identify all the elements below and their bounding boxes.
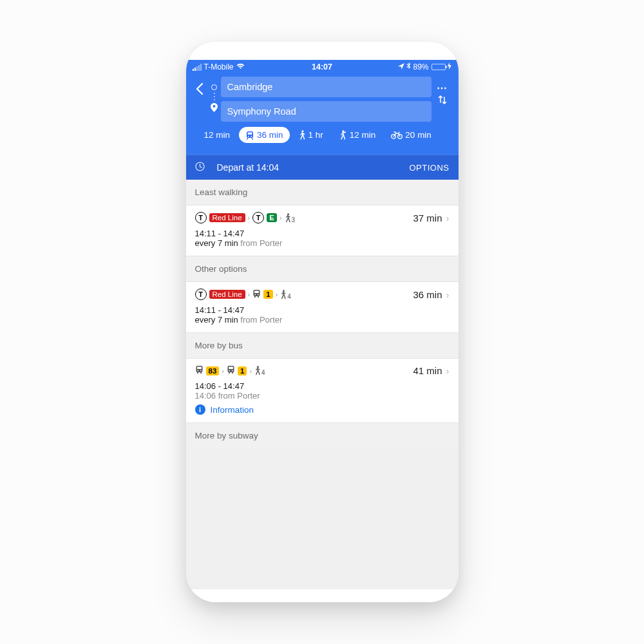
route-1-from: from Porter: [238, 238, 283, 248]
section-more-by-bus: More by bus: [186, 333, 459, 359]
red-line-badge: Red Line: [209, 290, 245, 299]
bus-icon: [227, 365, 235, 376]
svg-rect-15: [254, 296, 256, 298]
clock-icon: [195, 162, 209, 173]
svg-point-26: [229, 370, 230, 372]
back-button[interactable]: [191, 77, 208, 97]
svg-point-0: [213, 105, 216, 108]
mode-transit-label: 36 min: [257, 130, 283, 140]
options-button[interactable]: OPTIONS: [409, 163, 449, 173]
walk-mins: 4: [261, 369, 265, 376]
route-card-3[interactable]: 83 › 1 › 4 41 min ›: [186, 359, 459, 423]
svg-point-10: [287, 213, 289, 215]
route-card-1[interactable]: T Red Line › T E › 3 37 min › 14:1: [186, 205, 459, 256]
mode-rideshare-label: 12 min: [350, 130, 376, 140]
route-1-frequency: every 7 min: [195, 238, 238, 248]
mbta-logo-icon: T: [252, 212, 264, 223]
section-other-options: Other options: [186, 256, 459, 282]
route-card-2[interactable]: T Red Line › 1 › 4 36 min ›: [186, 282, 459, 333]
bus-83-badge: 83: [206, 366, 220, 375]
mode-driving[interactable]: 12 min: [198, 127, 237, 143]
route-3-time-range: 14:06 - 14:47: [195, 381, 450, 391]
section-more-by-subway: More by subway: [186, 423, 459, 448]
bus-icon: [195, 365, 204, 376]
more-button[interactable]: ⋯: [437, 82, 448, 94]
mode-rideshare[interactable]: 12 min: [332, 127, 383, 143]
svg-point-14: [258, 294, 259, 295]
screen: T-Mobile 14:07 89%: [186, 60, 459, 589]
mode-transit[interactable]: 36 min: [239, 127, 290, 143]
swap-button[interactable]: [437, 94, 448, 106]
bezel-bottom: [186, 589, 459, 602]
svg-rect-2: [248, 132, 252, 135]
chevron-right-icon: ›: [248, 214, 251, 222]
route-1-time-range: 14:11 - 14:47: [195, 229, 450, 238]
walk-mins: 4: [287, 293, 291, 300]
chevron-right-icon: ›: [446, 289, 450, 300]
destination-pin-icon: [211, 103, 218, 115]
route-1-duration: 37 min: [413, 213, 442, 223]
origin-field[interactable]: Cambridge: [221, 77, 431, 97]
svg-rect-28: [229, 372, 230, 374]
walk-segment: 4: [280, 290, 291, 299]
walk-mins: 3: [292, 216, 296, 223]
chevron-right-icon: ›: [446, 213, 450, 223]
travel-mode-tabs: 12 min 36 min 1 hr: [191, 122, 453, 149]
bus-icon: [252, 289, 261, 300]
charging-icon: [448, 62, 451, 71]
chevron-right-icon: ›: [279, 214, 282, 222]
svg-point-30: [257, 366, 259, 368]
route-2-legs: T Red Line › 1 › 4: [195, 289, 413, 300]
section-least-walking: Least walking: [186, 180, 459, 205]
directions-header: Cambridge Symphony Road ⋯ 12 min: [186, 74, 459, 155]
bus-1-badge: 1: [238, 366, 247, 375]
chevron-right-icon: ›: [276, 290, 278, 298]
route-2-time-range: 14:11 - 14:47: [195, 305, 450, 315]
battery-pct: 89%: [413, 62, 428, 71]
svg-rect-12: [254, 290, 259, 293]
signal-icon: [193, 64, 202, 71]
mode-cycling[interactable]: 20 min: [384, 127, 438, 143]
status-bar: T-Mobile 14:07 89%: [186, 60, 459, 74]
svg-point-20: [197, 370, 198, 372]
svg-point-3: [248, 135, 249, 137]
bike-icon: [391, 131, 402, 139]
mbta-logo-icon: T: [195, 289, 207, 300]
chevron-right-icon: ›: [248, 290, 251, 298]
depart-row[interactable]: Depart at 14:04 OPTIONS: [186, 155, 459, 180]
origin-dot-icon: [211, 84, 217, 90]
svg-rect-19: [197, 367, 202, 370]
red-line-badge: Red Line: [209, 213, 245, 222]
svg-point-4: [251, 135, 252, 137]
waypoint-column: [208, 77, 221, 115]
chevron-right-icon: ›: [222, 367, 224, 375]
wifi-icon: [236, 62, 245, 71]
destination-value: Symphony Road: [227, 106, 296, 117]
svg-rect-16: [258, 296, 259, 298]
mode-driving-label: 12 min: [204, 130, 231, 140]
walk-segment: 4: [254, 366, 265, 375]
route-2-from: from Porter: [238, 315, 283, 325]
bus-1-badge: 1: [263, 290, 272, 299]
route-2-frequency: every 7 min: [195, 315, 238, 325]
rideshare-icon: [339, 130, 347, 140]
svg-point-17: [283, 290, 285, 292]
destination-field[interactable]: Symphony Road: [221, 101, 431, 122]
mode-walking[interactable]: 1 hr: [292, 127, 330, 143]
depart-label: Depart at 14:04: [209, 162, 410, 173]
svg-point-21: [200, 370, 201, 372]
walk-icon: [299, 130, 306, 140]
phone-frame: T-Mobile 14:07 89%: [186, 42, 459, 602]
route-3-info-link[interactable]: Information: [211, 405, 254, 415]
location-icon: [398, 62, 404, 71]
walk-segment: 3: [285, 213, 296, 223]
info-icon: i: [195, 404, 205, 415]
route-1-legs: T Red Line › T E › 3: [195, 212, 413, 223]
chevron-right-icon: ›: [249, 367, 252, 375]
route-3-second-line: 14:06 from Porter: [195, 391, 450, 401]
battery-icon: [431, 64, 446, 70]
svg-rect-22: [197, 372, 198, 374]
route-3-duration: 41 min: [413, 365, 442, 376]
mbta-logo-icon: T: [195, 212, 207, 223]
bluetooth-icon: [406, 62, 411, 71]
